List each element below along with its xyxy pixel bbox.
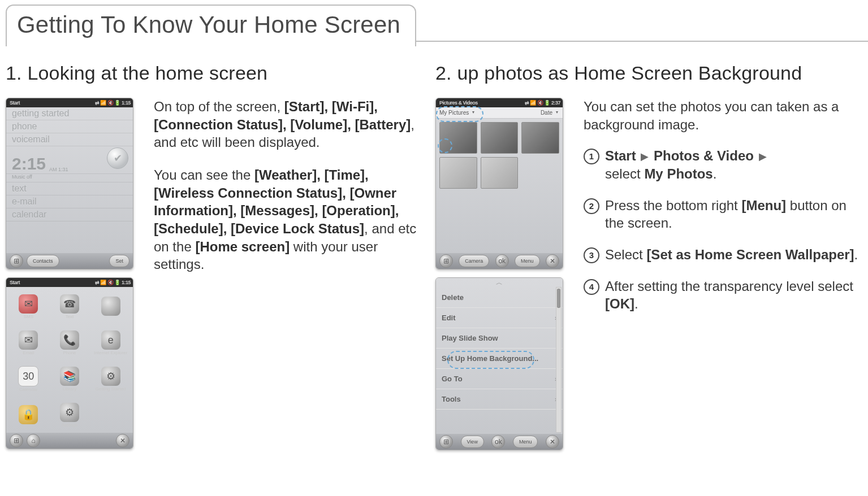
menu-item-set-home-bg: Set Up Home Background...: [436, 349, 563, 369]
grid-cell: ✉SMS: [8, 289, 49, 324]
pv-thumbs: [436, 119, 563, 253]
topbar-left: Start: [8, 280, 20, 285]
app-label: Calendar: [19, 388, 37, 392]
section-1: 1. Looking at the home screen Start ⇄ 📶 …: [6, 62, 424, 450]
grid-cell: 🔒: [8, 398, 49, 433]
columns: 1. Looking at the home screen Start ⇄ 📶 …: [6, 62, 868, 450]
calendar-icon: 30: [18, 366, 38, 386]
home-icon: ⌂: [27, 434, 40, 447]
pv-folder-dropdown: My Pictures ▾: [439, 110, 476, 116]
topbar-icons: ⇄ 📶 🔇 🔋 2:37: [525, 100, 560, 106]
menu-item-delete: Delete: [436, 288, 563, 308]
step-number-icon: 4: [584, 279, 599, 295]
phone-photos: Pictures & Videos ⇄ 📶 🔇 🔋 2:37 My Pictur…: [435, 98, 563, 269]
app-icon: 📚: [60, 367, 79, 386]
step-number-icon: 1: [584, 149, 599, 164]
phone-photos-bottombar: ⊞ Camera ok Menu ✕: [436, 253, 563, 269]
phone-grid: Start ⇄ 📶 🔇 🔋 1:15 ✉SMS ☎Text ✉Email 📞Ph…: [6, 277, 133, 449]
para-2-bold-2: [Home screen]: [195, 239, 290, 254]
app-label: Phone: [63, 351, 76, 355]
callout-circle: [436, 106, 483, 122]
app-label: Text: [66, 315, 74, 319]
app-label: Internet Explorer: [94, 351, 127, 355]
grid-cell: ☎Text: [50, 289, 90, 324]
para-1-pre: On top of the screen,: [154, 99, 284, 114]
menu-item-label: Go To: [442, 375, 463, 383]
section-1-row: Start ⇄ 📶 🔇 🔋 1:15 getting started phone…: [6, 98, 424, 449]
pv-sort-dropdown: Date ▾: [541, 110, 559, 116]
topbar-left: Start: [8, 100, 20, 106]
scrollbar-thumb: [557, 289, 560, 308]
menu-item-edit: Edit›: [436, 308, 563, 328]
home-item: voicemail: [6, 133, 133, 146]
camera-pill: Camera: [459, 255, 489, 267]
document-page: Getting To Know Your Home Screen 1. Look…: [0, 0, 868, 457]
scrollbar: [556, 287, 562, 433]
ok-icon: ok: [491, 435, 505, 449]
para-1: On top of the screen, [Start], [Wi-Fi], …: [154, 98, 424, 151]
page-title-wrap: Getting To Know Your Home Screen: [6, 5, 868, 46]
step1-bold1: Start: [605, 148, 636, 163]
step2-pre: Press the bottom right: [605, 198, 741, 213]
topbar-icons: ⇄ 📶 🔇 🔋 1:15: [95, 100, 131, 106]
contacts-pill: Contacts: [27, 255, 59, 267]
pv-toolbar: My Pictures ▾ Date ▾: [436, 107, 563, 119]
step1-post: .: [713, 166, 717, 181]
section-2-row: Pictures & Videos ⇄ 📶 🔇 🔋 2:37 My Pictur…: [435, 98, 868, 450]
menu-item-goto: Go To›: [436, 369, 563, 389]
phone-menu-bottombar: ⊞ View ok Menu ✕: [436, 434, 563, 450]
view-pill: View: [461, 436, 484, 448]
grid-cell: 📚Library: [50, 362, 90, 397]
home-time: 2:15: [12, 155, 46, 172]
step4-pre: After setting the transparency level sel…: [605, 279, 853, 294]
section-2-heading: 2. up photos as Home Screen Background: [435, 62, 868, 84]
home-item: getting started: [6, 107, 133, 120]
section-2: 2. up photos as Home Screen Background P…: [435, 62, 868, 450]
app-icon: ⚙: [101, 367, 120, 386]
app-icon: e: [101, 330, 120, 350]
step-3: 3 Select [Set as Home Screen Wallpaper].: [584, 246, 868, 264]
menu-item-slideshow: Play Slide Show: [436, 328, 563, 349]
menu-item-tools: Tools›: [436, 389, 563, 410]
home-item: e-mail: [6, 195, 133, 208]
home-time-row: 2:15 AM 1:31 ✔: [6, 146, 133, 174]
thumbnail: [481, 122, 519, 154]
app-icon: ⚙: [60, 403, 79, 422]
app-label: Settings: [62, 423, 78, 428]
section-1-text: On top of the screen, [Start], [Wi-Fi], …: [154, 98, 424, 449]
thumbnail: [439, 157, 477, 189]
para-2: You can see the [Weather], [Time], [Wire…: [154, 166, 424, 273]
app-label: Getting Started: [96, 387, 126, 391]
phone-menu-body: ︿ Delete Edit› Play Slide Show Set Up Ho…: [436, 278, 563, 434]
close-icon: ✕: [546, 435, 559, 449]
thumbnail: [439, 122, 477, 154]
home-sub: Music off: [6, 174, 133, 182]
step-number-icon: 2: [584, 198, 599, 214]
steps-list: 1 Start ▶ Photos & Video ▶ select My Pho…: [584, 147, 868, 313]
app-icon: ✉: [19, 294, 38, 314]
callout-circle: [438, 138, 452, 153]
phone-home-bottombar: ⊞ Contacts Set: [6, 253, 133, 269]
grid-cell: [90, 398, 131, 433]
menu-item-label: Tools: [442, 395, 461, 403]
grid-cell: 30Calendar: [8, 362, 49, 397]
phone-home: Start ⇄ 📶 🔇 🔋 1:15 getting started phone…: [6, 98, 133, 269]
step-text: Select [Set as Home Screen Wallpaper].: [605, 246, 858, 264]
menu-list: Delete Edit› Play Slide Show Set Up Home…: [436, 288, 563, 434]
app-label: SMS: [24, 315, 33, 319]
step-4: 4 After setting the transparency level s…: [584, 277, 868, 313]
step-2: 2 Press the bottom right [Menu] button o…: [584, 197, 868, 232]
close-icon: ✕: [546, 254, 559, 268]
menu-item-label: Play Slide Show: [442, 334, 498, 342]
step-number-icon: 3: [584, 247, 599, 263]
topbar-icons: ⇄ 📶 🔇 🔋 1:15: [95, 280, 131, 285]
grid-cell: ⚙Settings: [50, 398, 90, 433]
home-item: calendar: [6, 208, 133, 221]
step2-bold: [Menu]: [741, 198, 786, 213]
phone-home-body: getting started phone voicemail 2:15 AM …: [6, 107, 133, 253]
phone-menu: ︿ Delete Edit› Play Slide Show Set Up Ho…: [435, 277, 563, 450]
phone-home-topbar: Start ⇄ 📶 🔇 🔋 1:15: [6, 98, 133, 107]
menu-item-label: Delete: [442, 293, 464, 302]
start-icon: ⊞: [439, 435, 453, 449]
step3-bold: [Set as Home Screen Wallpaper]: [646, 247, 854, 262]
